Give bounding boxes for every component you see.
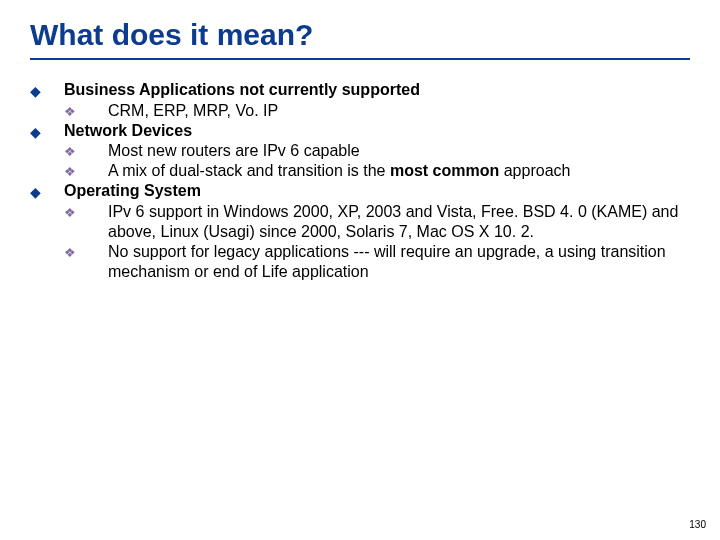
diamond-icon: ◆ [30,121,64,142]
bullet-l1-row: ◆ Business Applications not currently su… [30,80,690,101]
diamond-icon: ◆ [30,80,64,101]
bullet-text: A mix of dual-stack and transition is th… [108,161,690,181]
bullet-l1-row: ◆ Network Devices [30,121,690,142]
text-bold: most common [390,162,499,179]
text-pre: A mix of dual-stack and transition is th… [108,162,390,179]
bullet-l2-row: ❖ No support for legacy applications ---… [64,242,690,282]
bullet-l1-row: ◆ Operating System [30,181,690,202]
section-heading: Network Devices [64,121,192,141]
bullet-text: IPv 6 support in Windows 2000, XP, 2003 … [108,202,690,242]
bullet-l2-row: ❖ Most new routers are IPv 6 capable [64,141,690,161]
bullet-l2-row: ❖ IPv 6 support in Windows 2000, XP, 200… [64,202,690,242]
section-heading: Business Applications not currently supp… [64,80,420,100]
slide-content: ◆ Business Applications not currently su… [30,80,690,282]
section-heading: Operating System [64,181,201,201]
fleur-icon: ❖ [64,141,108,160]
text-post: approach [499,162,570,179]
bullet-text: No support for legacy applications --- w… [108,242,690,282]
slide-title: What does it mean? [30,18,690,52]
fleur-icon: ❖ [64,161,108,180]
bullet-text: Most new routers are IPv 6 capable [108,141,690,161]
bullet-l2-row: ❖ CRM, ERP, MRP, Vo. IP [64,101,690,121]
fleur-icon: ❖ [64,242,108,261]
bullet-text: CRM, ERP, MRP, Vo. IP [108,101,690,121]
fleur-icon: ❖ [64,101,108,120]
title-underline [30,58,690,60]
fleur-icon: ❖ [64,202,108,221]
bullet-l2-row: ❖ A mix of dual-stack and transition is … [64,161,690,181]
page-number: 130 [689,519,706,530]
diamond-icon: ◆ [30,181,64,202]
